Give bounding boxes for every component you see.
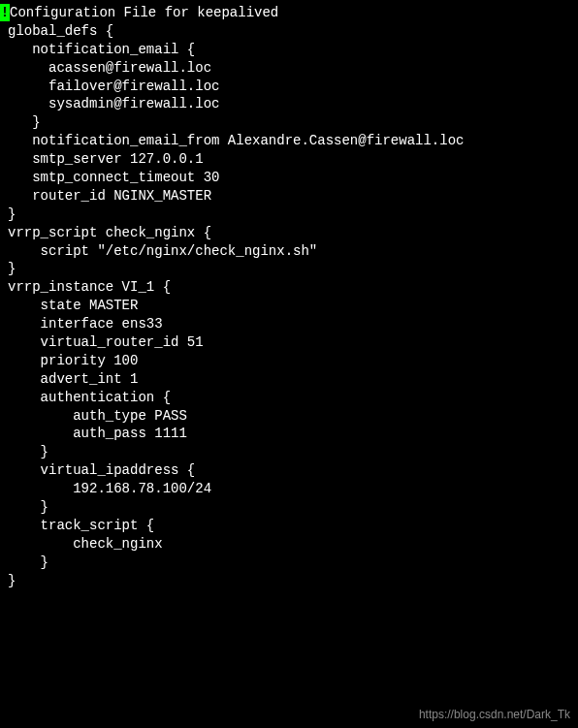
config-line: router_id NGINX_MASTER [0,187,578,206]
config-line: notification_email { [0,41,578,59]
config-line: script "/etc/nginx/check_nginx.sh" [0,242,578,261]
config-line: } [0,572,578,590]
config-line: failover@firewall.loc [0,78,578,96]
modified-marker-icon: ! [0,4,10,21]
config-line: virtual_ipaddress { [0,461,578,480]
config-line: priority 100 [0,352,578,370]
config-line: } [0,260,578,278]
config-line: check_nginx [0,535,578,554]
config-line: } [0,113,578,132]
config-line: } [0,554,578,572]
config-line: smtp_connect_timeout 30 [0,169,578,187]
config-line: advert_int 1 [0,370,578,389]
config-first-line: ! Configuration File for keepalived [0,4,578,22]
config-line: acassen@firewall.loc [0,59,578,78]
config-line: vrrp_instance VI_1 { [0,278,578,297]
config-line: } [0,443,578,461]
config-line: } [0,498,578,517]
config-line: sysadmin@firewall.loc [0,95,578,113]
config-line: 192.168.78.100/24 [0,480,578,498]
config-line: notification_email_from Alexandre.Cassen… [0,132,578,150]
watermark-text: https://blog.csdn.net/Dark_Tk [419,707,570,722]
config-line: virtual_router_id 51 [0,333,578,352]
config-line: interface ens33 [0,315,578,333]
config-line: auth_pass 1111 [0,425,578,443]
config-line: } [0,206,578,224]
config-line: state MASTER [0,297,578,315]
config-comment: Configuration File for keepalived [10,4,278,22]
config-line: track_script { [0,517,578,535]
config-line: auth_type PASS [0,407,578,426]
config-line: global_defs { [0,22,578,41]
config-line: authentication { [0,389,578,407]
config-line: vrrp_script check_nginx { [0,224,578,242]
config-line: smtp_server 127.0.0.1 [0,150,578,169]
